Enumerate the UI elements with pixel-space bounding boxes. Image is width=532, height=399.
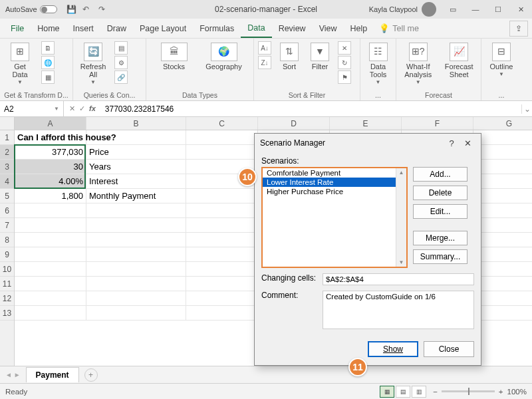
cell[interactable] [15,218,86,233]
properties-button[interactable]: ⚙ [114,56,128,69]
close-icon[interactable]: ✕ [509,0,532,19]
cell[interactable] [473,233,532,247]
cell[interactable] [186,130,258,145]
sort-az-button[interactable]: A↓ [258,41,271,55]
cell[interactable] [186,203,258,218]
dialog-close-button[interactable]: ✕ [460,138,475,148]
forecast-sheet-button[interactable]: 📈 Forecast Sheet [442,41,477,78]
name-box[interactable]: A2▼ [0,101,64,116]
redo-icon[interactable]: ↷ [98,5,108,14]
tab-help[interactable]: Help [344,20,374,37]
zoom-slider[interactable] [442,390,495,392]
cell[interactable] [473,203,532,218]
tab-formulas[interactable]: Formulas [193,20,241,37]
page-layout-view-button[interactable]: ▤ [396,386,410,398]
zoom-in-button[interactable]: + [499,388,503,396]
cell[interactable] [473,145,532,160]
cell[interactable] [473,174,532,189]
tab-nav[interactable]: ◄ ► [0,371,26,378]
cell[interactable] [186,145,258,160]
refresh-all-button[interactable]: 🔄 Refresh All ▼ [77,41,109,86]
cell-b4[interactable]: Interest [86,174,186,189]
select-all-corner[interactable] [0,117,15,130]
cell-b5[interactable]: Monthly Payment [86,189,186,203]
cell[interactable] [15,233,86,247]
row-header[interactable]: 5 [0,189,14,203]
advanced-filter-button[interactable]: ⚑ [338,70,351,84]
cell[interactable] [473,291,532,306]
show-button[interactable]: Show [368,341,418,357]
cell[interactable] [86,203,186,218]
edit-scenario-button[interactable]: Edit... [413,204,467,219]
row-header[interactable]: 6 [0,203,14,218]
from-web-button[interactable]: 🌐 [41,56,55,69]
cell[interactable] [86,277,186,291]
cell[interactable] [15,306,86,321]
cell-a1[interactable]: Can I afford this house? [15,130,86,145]
cell[interactable] [473,218,532,233]
add-sheet-button[interactable]: + [84,368,98,382]
cell[interactable] [473,306,532,321]
cell[interactable] [186,291,258,306]
enter-formula-icon[interactable]: ✓ [79,104,85,113]
tab-review[interactable]: Review [272,20,313,37]
tab-draw[interactable]: Draw [100,20,133,37]
col-header[interactable]: B [86,117,186,130]
autosave-toggle[interactable]: AutoSave [5,5,57,13]
cancel-formula-icon[interactable]: ✕ [69,104,75,113]
cell[interactable] [473,247,532,262]
from-text-button[interactable]: 🗎 [41,41,55,55]
cell[interactable] [86,247,186,262]
outline-button[interactable]: ⊟ Outline ▼ [485,41,517,78]
cell[interactable] [473,262,532,277]
scenario-item[interactable]: Comfortable Payment [263,168,406,178]
ribbon-options-icon[interactable]: ▭ [442,0,464,19]
cell[interactable] [473,130,532,145]
cell[interactable] [473,277,532,291]
maximize-icon[interactable]: ☐ [487,0,509,19]
cell-a5[interactable]: 1,800 [15,189,86,203]
scroll-down-icon[interactable]: ▼ [399,259,404,265]
whatif-analysis-button[interactable]: ⊞? What-If Analysis ▼ [400,41,436,86]
scenarios-listbox[interactable]: Comfortable Payment Lower Interest Rate … [261,167,408,268]
merge-scenarios-button[interactable]: Merge... [413,231,467,245]
tab-data[interactable]: Data [241,19,271,38]
cell[interactable] [186,233,258,247]
col-header[interactable]: C [186,117,258,130]
scenario-item[interactable]: Higher Purchase Price [263,187,406,196]
cell[interactable] [15,262,86,277]
tab-page-layout[interactable]: Page Layout [133,20,193,37]
col-header[interactable]: A [15,117,86,130]
cell[interactable] [86,233,186,247]
cell[interactable] [186,189,258,203]
reapply-button[interactable]: ↻ [338,56,351,69]
tab-view[interactable]: View [313,20,344,37]
row-header[interactable]: 12 [0,291,14,306]
tab-home[interactable]: Home [31,20,66,37]
data-tools-button[interactable]: ☷ Data Tools ▼ [364,41,392,86]
tab-file[interactable]: File [4,20,31,37]
cell[interactable] [186,277,258,291]
row-header[interactable]: 13 [0,306,14,321]
cell-b3[interactable]: Years [86,160,186,174]
save-icon[interactable]: 💾 [66,5,76,14]
row-header[interactable]: 1 [0,130,14,145]
row-header[interactable]: 4 [0,174,14,189]
cell[interactable] [86,218,186,233]
col-header[interactable]: D [258,117,330,130]
cell[interactable] [15,247,86,262]
cell-a3[interactable]: 30 [15,160,86,174]
row-header[interactable]: 11 [0,277,14,291]
cell[interactable] [473,189,532,203]
cell-b2[interactable]: Price [86,145,186,160]
row-header[interactable]: 10 [0,262,14,277]
scenario-item[interactable]: Lower Interest Rate [263,178,406,187]
sort-button[interactable]: ⇅ Sort [277,41,302,70]
cell[interactable] [186,262,258,277]
tab-insert[interactable]: Insert [66,20,100,37]
sheet-tab-payment[interactable]: Payment [26,367,79,382]
cell[interactable] [186,247,258,262]
delete-scenario-button[interactable]: Delete [413,186,467,200]
zoom-level[interactable]: 100% [507,388,527,396]
toggle-off-icon[interactable] [40,5,57,13]
